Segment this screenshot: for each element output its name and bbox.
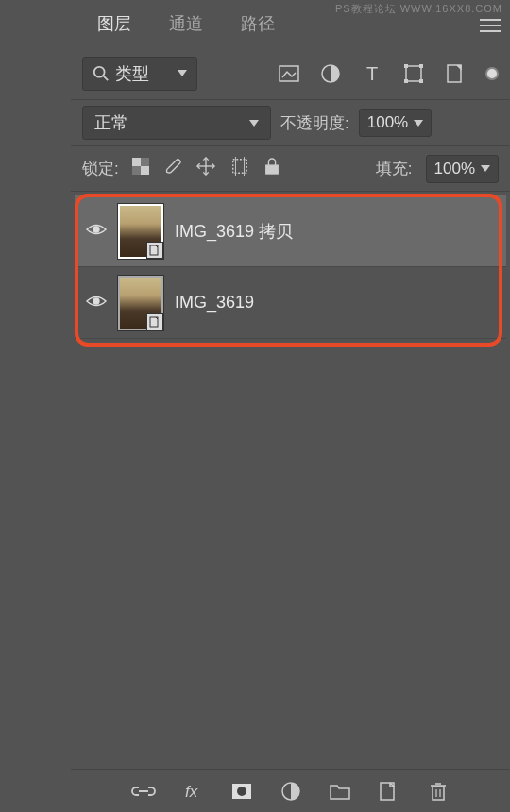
filter-pixel-icon[interactable] (278, 62, 300, 85)
tab-paths[interactable]: 路径 (222, 3, 294, 44)
svg-rect-23 (266, 165, 278, 174)
svg-rect-15 (141, 166, 149, 175)
tab-layers[interactable]: 图层 (78, 3, 150, 44)
lock-label: 锁定: (82, 158, 119, 179)
layer-name: IMG_3619 (175, 293, 254, 313)
svg-rect-33 (433, 787, 444, 800)
svg-rect-20 (232, 160, 246, 174)
layer-thumbnail[interactable] (118, 276, 163, 330)
search-icon (93, 65, 110, 82)
blend-mode-value: 正常 (94, 111, 128, 134)
delete-layer-icon[interactable] (426, 779, 450, 804)
lock-position-icon[interactable] (196, 157, 215, 180)
lock-artboard-icon[interactable] (230, 157, 249, 180)
filter-smartobject-icon[interactable] (444, 62, 467, 85)
lock-transparency-icon[interactable] (132, 158, 149, 179)
filter-row: 类型 T (71, 47, 510, 99)
filter-adjustment-icon[interactable] (319, 62, 342, 85)
filter-icons-group: T (278, 62, 499, 85)
tab-channels[interactable]: 通道 (150, 3, 222, 44)
adjustment-layer-icon[interactable] (279, 779, 303, 804)
fill-label: 填充: (376, 158, 413, 179)
fill-value-box[interactable]: 100% (426, 155, 499, 183)
chevron-down-icon (414, 120, 423, 127)
lock-all-icon[interactable] (264, 158, 280, 179)
chevron-down-icon (481, 165, 490, 172)
chevron-down-icon (249, 120, 259, 127)
opacity-value-box[interactable]: 100% (359, 109, 432, 137)
layer-mask-icon[interactable] (230, 779, 254, 804)
new-layer-icon[interactable] (377, 779, 401, 804)
svg-point-3 (94, 66, 105, 76)
smart-object-badge-icon (146, 313, 163, 330)
layers-panel: 图层 通道 路径 类型 T (71, 0, 510, 812)
svg-rect-16 (141, 158, 149, 166)
filter-shape-icon[interactable] (402, 62, 425, 85)
opacity-label: 不透明度: (280, 112, 349, 134)
opacity-value: 100% (367, 113, 408, 132)
svg-point-26 (93, 297, 99, 304)
layer-name: IMG_3619 拷贝 (175, 220, 293, 243)
layers-list: IMG_3619 拷贝 IMG_3619 (71, 192, 510, 343)
lock-row: 锁定: 填充: 100% (71, 146, 510, 192)
smart-object-badge-icon (146, 242, 163, 259)
svg-text:T: T (366, 64, 378, 83)
bottom-toolbar: fx (71, 769, 510, 812)
svg-text:fx: fx (185, 783, 198, 801)
svg-rect-17 (132, 166, 141, 175)
filter-type-select[interactable]: 类型 (82, 57, 197, 91)
blend-mode-select[interactable]: 正常 (82, 106, 271, 140)
watermark-text: PS教程论坛 WWW.16XX8.COM (335, 2, 502, 16)
layer-row[interactable]: IMG_3619 拷贝 (75, 195, 506, 267)
layer-thumbnail[interactable] (118, 204, 163, 259)
svg-rect-9 (404, 64, 408, 68)
filter-text-icon[interactable]: T (361, 62, 383, 85)
lock-brush-icon[interactable] (164, 158, 181, 179)
visibility-toggle-icon[interactable] (86, 294, 107, 313)
lock-icons-group (132, 157, 280, 180)
svg-rect-8 (406, 66, 421, 81)
svg-rect-12 (419, 79, 423, 83)
layer-row[interactable]: IMG_3619 (75, 267, 506, 339)
fill-value: 100% (434, 160, 475, 178)
panel-menu-icon[interactable] (480, 17, 501, 38)
blend-row: 正常 不透明度: 100% (71, 99, 510, 146)
link-layers-icon[interactable] (131, 779, 156, 804)
layer-fx-icon[interactable]: fx (180, 779, 205, 804)
visibility-toggle-icon[interactable] (86, 222, 107, 241)
svg-rect-11 (404, 79, 408, 83)
svg-rect-14 (132, 158, 141, 166)
svg-rect-10 (419, 64, 423, 68)
svg-line-4 (104, 76, 109, 80)
chevron-down-icon (178, 70, 187, 76)
filter-type-label: 类型 (115, 62, 149, 85)
svg-point-24 (93, 226, 99, 232)
svg-point-30 (237, 787, 246, 796)
filter-toggle-indicator[interactable] (485, 67, 499, 80)
group-layers-icon[interactable] (328, 779, 352, 804)
